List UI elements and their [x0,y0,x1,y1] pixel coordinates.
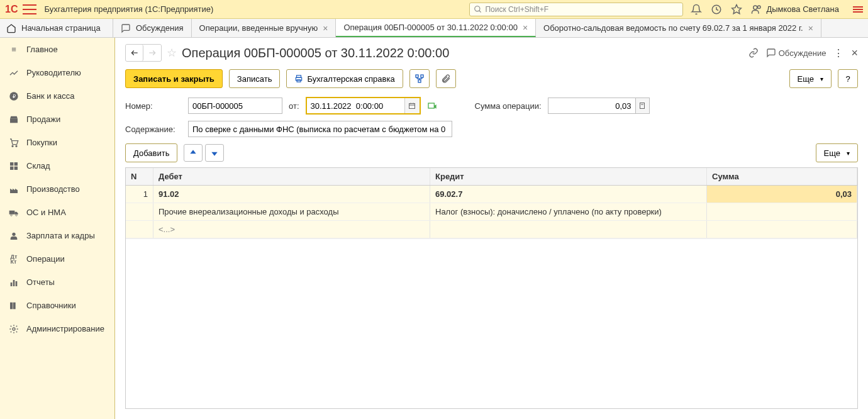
accounting-report-button[interactable]: Бухгалтерская справка [286,69,403,88]
table-more-button[interactable]: Еще [816,143,858,162]
sidebar-label: Главное [26,45,58,54]
chat-icon [766,48,776,58]
header-debit[interactable]: Дебет [153,168,430,185]
save-button[interactable]: Записать [229,69,281,88]
kebab-menu-icon[interactable]: ⋮ [833,47,843,59]
tab-home-label: Начальная страница [21,23,101,33]
calendar-button[interactable] [404,98,420,113]
tab-report[interactable]: Оборотно-сальдовая ведомость по счету 69… [536,19,821,37]
move-down-button[interactable] [205,144,224,162]
sum-input[interactable] [548,98,636,114]
star-icon[interactable] [731,4,742,15]
sidebar-label: Руководителю [26,68,81,77]
svg-rect-30 [416,75,418,77]
users-icon [751,4,762,15]
sidebar-label: Операции [26,254,65,264]
date-input[interactable] [307,98,404,113]
close-icon[interactable]: × [323,23,328,33]
close-icon[interactable]: × [851,47,858,60]
header-credit[interactable]: Кредит [430,168,707,185]
svg-rect-12 [14,162,18,165]
dtkt-icon: ДтКт [9,254,19,264]
help-button[interactable]: ? [838,69,858,88]
cell-n: 1 [126,186,153,203]
app-title: Бухгалтерия предприятия (1С:Предприятие) [44,4,213,14]
svg-rect-13 [10,166,13,169]
sidebar-label: Продажи [26,115,60,124]
svg-point-17 [16,214,18,216]
sidebar-label: Склад [26,161,50,170]
table-body: 1 91.02 69.02.7 0,03 Прочие внереализаци… [126,186,857,238]
sidebar-item-purchases[interactable]: Покупки [0,131,114,154]
content-input[interactable] [188,121,452,137]
sidebar-item-main[interactable]: ≡Главное [0,38,114,61]
cell-placeholder: <...> [153,221,430,238]
tab-home[interactable]: Начальная страница [0,19,113,37]
svg-rect-23 [13,302,16,309]
favorite-star-icon[interactable]: ☆ [167,46,177,60]
global-search-input[interactable]: Поиск Ctrl+Shift+F [469,3,683,16]
page-header: ☆ Операция 00БП-000005 от 30.11.2022 0:0… [125,44,858,62]
close-icon[interactable]: × [523,23,528,33]
sidebar-item-refs[interactable]: Справочники [0,294,114,317]
svg-point-16 [11,214,13,216]
svg-text:₽: ₽ [13,93,16,99]
panel-toggle-icon[interactable] [853,6,863,13]
tab-discussions-label: Обсуждения [136,23,184,33]
ruble-icon: ₽ [9,91,19,101]
save-close-button[interactable]: Записать и закрыть [125,69,223,88]
svg-rect-41 [428,103,434,108]
sidebar-item-bank[interactable]: ₽Банк и касса [0,84,114,108]
calculator-button[interactable] [636,98,650,114]
link-icon[interactable] [748,48,759,58]
tab-operation-active[interactable]: Операция 00БП-000005 от 30.11.2022 0:00:… [336,19,536,37]
paperclip-icon [441,74,451,84]
arrow-left-icon [130,48,139,57]
form-row-content: Содержание: [125,121,858,137]
top-bar: 1C Бухгалтерия предприятия (1С:Предприят… [0,0,868,19]
sidebar-item-admin[interactable]: Администрирование [0,317,114,340]
number-input[interactable] [188,98,282,114]
sidebar-item-production[interactable]: Производство [0,177,114,201]
tab-report-label: Оборотно-сальдовая ведомость по счету 69… [543,23,803,33]
discussion-button[interactable]: Обсуждение [766,48,826,58]
move-up-button[interactable] [184,144,203,162]
sidebar-item-sales[interactable]: Продажи [0,108,114,131]
number-label: Номер: [125,101,182,111]
sidebar-item-assets[interactable]: ОС и НМА [0,201,114,224]
add-row-button[interactable]: Добавить [125,143,177,162]
sidebar-label: Справочники [26,301,76,310]
header-n[interactable]: N [126,168,153,185]
main-content: ☆ Операция 00БП-000005 от 30.11.2022 0:0… [115,38,868,419]
forward-button[interactable] [143,45,161,61]
header-sum[interactable]: Сумма [707,168,857,185]
back-button[interactable] [126,45,143,61]
sidebar-item-warehouse[interactable]: Склад [0,154,114,177]
tree-button[interactable] [409,69,430,88]
sidebar-item-operations[interactable]: ДтКтОперации [0,247,114,271]
sidebar-item-hr[interactable]: Зарплата и кадры [0,224,114,247]
confirm-icon[interactable] [427,101,437,111]
table-row[interactable]: <...> [126,221,857,238]
table-row[interactable]: Прочие внереализационные доходы и расход… [126,203,857,221]
cell-debit-desc: Прочие внереализационные доходы и расход… [153,203,430,220]
discussion-label: Обсуждение [779,48,826,58]
close-icon[interactable]: × [808,23,813,33]
user-menu[interactable]: Дымкова Светлана [751,4,839,15]
more-button[interactable]: Еще [789,69,832,88]
svg-rect-42 [640,103,645,109]
tab-manual-ops[interactable]: Операции, введенные вручную × [192,19,337,37]
accounting-report-label: Бухгалтерская справка [307,74,394,84]
chart-bar-icon [9,277,19,288]
attach-button[interactable] [436,69,456,88]
logo-1c: 1C [5,4,18,15]
tabs-bar: Начальная страница Обсуждения Операции, … [0,19,868,38]
sidebar-item-manager[interactable]: Руководителю [0,61,114,84]
history-icon[interactable] [711,4,722,15]
bell-icon[interactable] [691,4,702,15]
table-row[interactable]: 1 91.02 69.02.7 0,03 [126,186,857,203]
menu-icon[interactable] [23,4,36,14]
books-icon [9,301,19,311]
tab-discussions[interactable]: Обсуждения [113,19,192,37]
sidebar-item-reports[interactable]: Отчеты [0,271,114,294]
